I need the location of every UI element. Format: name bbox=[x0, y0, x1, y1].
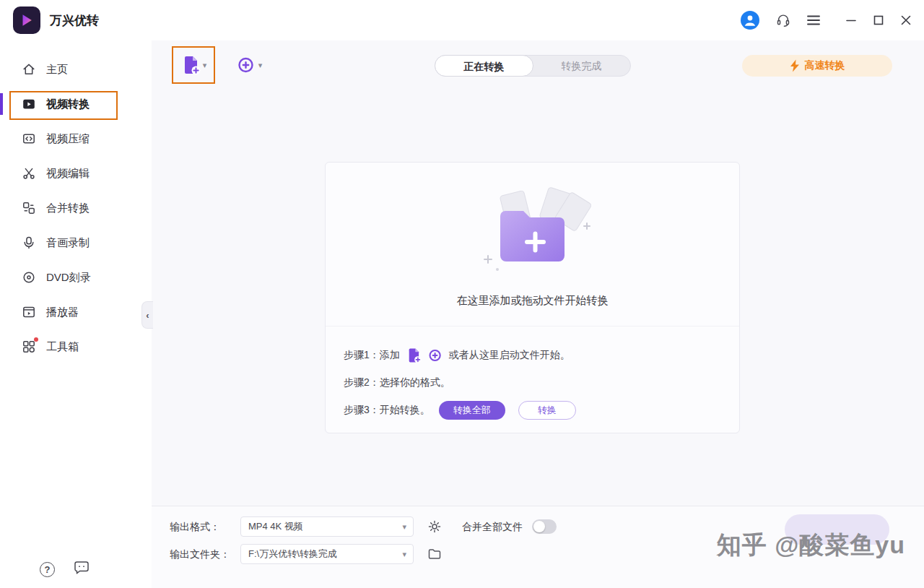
sidebar-item-label: 主页 bbox=[46, 63, 68, 77]
step-1: 步骤1：添加 或者从这里启动文件开始。 bbox=[344, 345, 576, 366]
step-3: 步骤3：开始转换。 转换全部 转换 bbox=[344, 399, 576, 421]
video-convert-icon bbox=[22, 97, 36, 111]
step-3-text: 步骤3：开始转换。 bbox=[344, 404, 430, 417]
sidebar-item-home[interactable]: 主页 bbox=[0, 52, 152, 87]
sidebar-item-video-compress[interactable]: 视频压缩 bbox=[0, 121, 152, 156]
divider bbox=[326, 326, 739, 327]
merge-all-label: 合并全部文件 bbox=[462, 516, 523, 537]
sidebar-item-label: 合并转换 bbox=[46, 202, 90, 215]
toolbox-new-badge bbox=[34, 337, 38, 342]
step-1-prefix: 步骤1：添加 bbox=[344, 349, 400, 362]
sidebar-item-video-convert[interactable]: 视频转换 bbox=[0, 87, 152, 121]
app-logo-icon bbox=[13, 7, 40, 34]
add-files-button[interactable]: ▾ bbox=[172, 46, 215, 84]
help-icon[interactable]: ? bbox=[40, 562, 55, 577]
chevron-down-icon: ▾ bbox=[203, 61, 207, 69]
chevron-down-icon: ▾ bbox=[402, 550, 406, 558]
convert-tabs: 正在转换 转换完成 bbox=[435, 55, 631, 77]
dvd-disc-icon bbox=[22, 270, 36, 285]
sidebar-item-label: 视频转换 bbox=[46, 98, 90, 111]
sidebar-item-dvd-burn[interactable]: DVD刻录 bbox=[0, 260, 152, 295]
dropzone-hint: 在这里添加或拖动文件开始转换 bbox=[326, 294, 739, 308]
open-folder-icon[interactable] bbox=[427, 546, 443, 562]
add-url-button[interactable]: ▾ bbox=[228, 51, 270, 79]
convert-button[interactable]: 转换 bbox=[518, 401, 576, 420]
sidebar-item-video-edit[interactable]: 视频编辑 bbox=[0, 156, 152, 191]
output-format-value: MP4 4K 视频 bbox=[248, 520, 303, 533]
brand: 万兴优转 bbox=[13, 7, 99, 34]
sidebar-item-label: 视频编辑 bbox=[46, 167, 90, 181]
steps: 步骤1：添加 或者从这里启动文件开始。 步骤2：选择你的格式。 步骤3：开始转换… bbox=[344, 345, 576, 427]
output-folder-label: 输出文件夹： bbox=[170, 544, 230, 564]
maximize-button[interactable] bbox=[873, 15, 884, 25]
sidebar-collapse-handle[interactable]: ‹ bbox=[141, 301, 153, 329]
high-speed-convert-label: 高速转换 bbox=[805, 59, 845, 72]
toggle-knob bbox=[533, 521, 545, 532]
output-format-label: 输出格式： bbox=[170, 516, 220, 537]
format-settings-gear-icon[interactable] bbox=[427, 519, 443, 535]
chevron-left-icon: ‹ bbox=[146, 310, 149, 321]
add-url-icon[interactable] bbox=[427, 347, 443, 363]
sidebar-item-player[interactable]: 播放器 bbox=[0, 295, 152, 329]
chevron-down-icon: ▾ bbox=[258, 61, 263, 69]
output-format-select[interactable]: MP4 4K 视频 ▾ bbox=[240, 516, 414, 537]
add-folder-illustration bbox=[464, 184, 601, 280]
menu-icon[interactable] bbox=[807, 14, 820, 26]
video-edit-scissors-icon bbox=[22, 166, 36, 181]
feedback-icon[interactable] bbox=[74, 561, 90, 578]
watermark: 知乎 @酸菜鱼yu bbox=[717, 529, 905, 562]
sidebar-item-label: 工具箱 bbox=[46, 340, 79, 354]
sidebar-item-merge-convert[interactable]: 合并转换 bbox=[0, 191, 152, 225]
high-speed-convert-button[interactable]: 高速转换 bbox=[742, 55, 892, 77]
step-1-suffix: 或者从这里启动文件开始。 bbox=[449, 349, 570, 362]
user-avatar-icon[interactable] bbox=[741, 11, 759, 30]
video-compress-icon bbox=[22, 131, 36, 146]
merge-all-toggle[interactable] bbox=[532, 519, 557, 534]
toolbox-icon bbox=[22, 340, 36, 354]
sidebar-item-label: 音画录制 bbox=[46, 236, 90, 250]
player-icon bbox=[22, 305, 36, 319]
step-2: 步骤2：选择你的格式。 bbox=[344, 372, 576, 394]
sidebar-item-label: 播放器 bbox=[46, 306, 79, 319]
add-file-icon[interactable] bbox=[406, 347, 422, 363]
chevron-down-icon: ▾ bbox=[402, 523, 406, 531]
add-file-icon bbox=[180, 55, 201, 75]
close-button[interactable] bbox=[901, 15, 911, 25]
minimize-button[interactable] bbox=[846, 15, 856, 25]
output-folder-select[interactable]: F:\万兴优转\转换完成 ▾ bbox=[240, 544, 414, 564]
titlebar: 万兴优转 bbox=[0, 0, 924, 40]
app-title: 万兴优转 bbox=[50, 12, 99, 29]
support-headset-icon[interactable] bbox=[775, 12, 791, 28]
file-dropzone[interactable]: 在这里添加或拖动文件开始转换 步骤1：添加 或者从这里启动文件开始。 步骤2：选… bbox=[325, 162, 740, 433]
convert-all-button[interactable]: 转换全部 bbox=[439, 401, 505, 420]
main-area: ▾ ▾ 正在转换 转换完成 高速转换 bbox=[152, 40, 924, 588]
sidebar-item-label: DVD刻录 bbox=[46, 271, 91, 285]
sidebar: 主页 视频转换 视频压缩 视频编辑 合并转换 音画录制 DVD刻录 播放器 工具… bbox=[0, 40, 152, 588]
add-url-icon bbox=[236, 55, 256, 75]
home-icon bbox=[22, 62, 36, 77]
sidebar-item-toolbox[interactable]: 工具箱 bbox=[0, 329, 152, 364]
output-folder-value: F:\万兴优转\转换完成 bbox=[248, 548, 337, 561]
merge-convert-icon bbox=[22, 201, 36, 215]
record-mic-icon bbox=[22, 235, 36, 250]
tab-converting[interactable]: 正在转换 bbox=[435, 55, 533, 77]
sidebar-item-label: 视频压缩 bbox=[46, 132, 90, 146]
sidebar-item-record[interactable]: 音画录制 bbox=[0, 225, 152, 260]
tab-converted[interactable]: 转换完成 bbox=[533, 56, 630, 76]
step-2-text: 步骤2：选择你的格式。 bbox=[344, 376, 450, 389]
lightning-icon bbox=[790, 59, 800, 72]
